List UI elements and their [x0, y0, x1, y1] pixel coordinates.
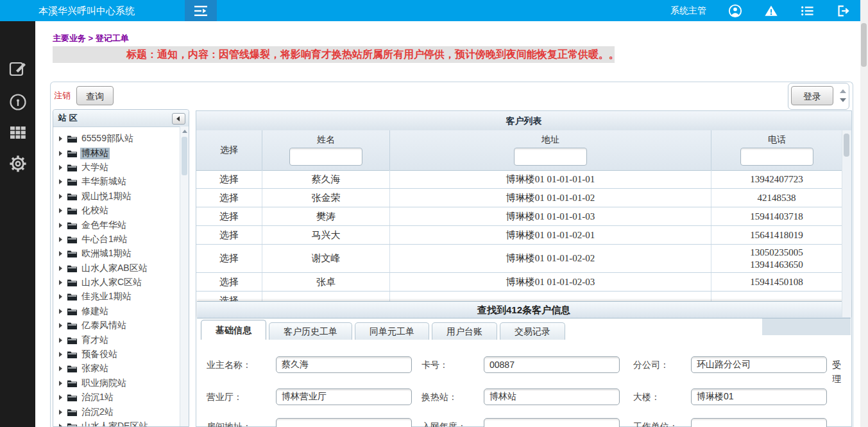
expand-caret-icon[interactable]: [59, 136, 62, 141]
accept-button[interactable]: 受理: [831, 358, 842, 386]
expand-caret-icon[interactable]: [59, 179, 62, 184]
expand-caret-icon[interactable]: [59, 366, 62, 371]
field-input[interactable]: [276, 388, 412, 405]
breadcrumb[interactable]: 主要业务 > 登记工单: [53, 33, 129, 44]
expand-caret-icon[interactable]: [59, 165, 62, 170]
expand-caret-icon[interactable]: [59, 294, 62, 299]
expand-caret-icon[interactable]: [59, 280, 62, 285]
tab-basic-info[interactable]: 基础信息: [201, 320, 266, 340]
scroll-up-icon[interactable]: [182, 130, 187, 133]
field-input[interactable]: [276, 356, 412, 373]
compose-icon[interactable]: [9, 60, 27, 78]
logout-icon[interactable]: [836, 4, 850, 18]
tree-item[interactable]: 预备役站: [53, 347, 180, 362]
tree-item-label: 山水人家AB区站: [80, 263, 149, 274]
tab-2[interactable]: 同单元工单: [355, 322, 429, 340]
select-customer-link[interactable]: 选择: [196, 245, 262, 272]
tree-item[interactable]: 治沉1站: [53, 390, 180, 405]
field-input[interactable]: [691, 356, 827, 373]
tree-scrollbar[interactable]: [180, 126, 189, 426]
tree-item[interactable]: 职业病院站: [53, 376, 180, 390]
tree-item[interactable]: 育才站: [53, 333, 180, 347]
table-scrollbar-thumb[interactable]: [844, 134, 849, 157]
field-input[interactable]: [691, 418, 827, 427]
expand-caret-icon[interactable]: [59, 208, 62, 213]
field-input[interactable]: [484, 418, 620, 427]
tree-item[interactable]: 张家站: [53, 362, 180, 376]
tabs-header-filler: [762, 318, 851, 335]
select-customer-link[interactable]: 选择: [196, 170, 262, 188]
spin-up-icon[interactable]: [840, 89, 846, 93]
query-button[interactable]: 查询: [76, 86, 114, 105]
expand-caret-icon[interactable]: [59, 395, 62, 400]
login-button[interactable]: 登录: [791, 86, 833, 105]
tree-item[interactable]: 山水人家DE区站: [53, 419, 180, 426]
expand-caret-icon[interactable]: [59, 251, 62, 256]
logout-link[interactable]: 注销: [54, 90, 71, 101]
expand-caret-icon[interactable]: [59, 151, 62, 156]
page-scrollbar[interactable]: [860, 0, 868, 427]
tree-scrollbar-thumb[interactable]: [182, 137, 187, 175]
select-customer-link[interactable]: 选择: [196, 189, 262, 207]
field-input[interactable]: [484, 388, 620, 405]
tree-item[interactable]: 金色年华站: [53, 218, 180, 232]
expand-caret-icon[interactable]: [59, 266, 62, 271]
menu-toggle-button[interactable]: [185, 0, 217, 21]
tab-4[interactable]: 交易记录: [500, 322, 565, 340]
field-input[interactable]: [276, 418, 412, 427]
expand-caret-icon[interactable]: [59, 352, 62, 357]
tab-1[interactable]: 客户历史工单: [269, 322, 352, 340]
tree-item[interactable]: 修建站: [53, 304, 180, 318]
expand-caret-icon[interactable]: [59, 381, 62, 386]
table-scrollbar[interactable]: [842, 130, 851, 317]
tree-item[interactable]: 佳兆业1期站: [53, 290, 180, 304]
select-customer-link[interactable]: 选择: [196, 292, 262, 301]
folder-icon: [67, 423, 77, 426]
expand-caret-icon[interactable]: [59, 309, 62, 314]
tree-item[interactable]: 山水人家C区站: [53, 275, 180, 290]
alert-icon[interactable]: [764, 4, 778, 18]
tree-item[interactable]: 化校站: [53, 204, 180, 218]
tree-item[interactable]: 牛心台1#站: [53, 232, 180, 247]
address-filter-input[interactable]: [514, 148, 587, 166]
spin-down-icon[interactable]: [840, 98, 846, 102]
customer-address-cell: 博琳楼01 01-01-01-03: [390, 207, 711, 225]
grid-icon[interactable]: [9, 124, 27, 142]
field-label: 卡号：: [421, 356, 448, 373]
expand-caret-icon[interactable]: [59, 323, 62, 328]
tree-item[interactable]: 观山悦1期站: [53, 189, 180, 204]
tree-item[interactable]: 欧洲城1期站: [53, 247, 180, 261]
expand-caret-icon[interactable]: [59, 424, 62, 426]
tree-item[interactable]: 65559部队站: [53, 132, 180, 146]
user-icon[interactable]: [728, 4, 742, 18]
expand-caret-icon[interactable]: [59, 237, 62, 242]
tree-item[interactable]: 博林站: [53, 146, 180, 160]
tree-item[interactable]: 丰华新城站: [53, 175, 180, 189]
field-input[interactable]: [691, 388, 827, 405]
tree-item[interactable]: 亿泰风情站: [53, 318, 180, 333]
page-scrollbar-thumb[interactable]: [861, 23, 867, 67]
tab-3[interactable]: 用户台账: [432, 322, 497, 340]
customer-address-cell: 博琳楼01 01-01-02-02: [390, 245, 711, 272]
list-icon[interactable]: [800, 4, 814, 18]
expand-caret-icon[interactable]: [59, 194, 62, 199]
select-customer-link[interactable]: 选择: [196, 273, 262, 291]
tree-item[interactable]: 治沉2站: [53, 405, 180, 419]
settings-icon[interactable]: [9, 155, 27, 173]
collapse-panel-button[interactable]: [172, 113, 185, 125]
expand-caret-icon[interactable]: [59, 223, 62, 228]
name-filter-input[interactable]: [289, 148, 362, 166]
tree-item[interactable]: 山水人家AB区站: [53, 261, 180, 275]
folder-icon: [67, 250, 77, 257]
phone-filter-input[interactable]: [740, 148, 813, 166]
folder-icon: [67, 308, 77, 315]
select-customer-link[interactable]: 选择: [196, 207, 262, 225]
expand-caret-icon[interactable]: [59, 338, 62, 343]
tree-item[interactable]: 大学站: [53, 161, 180, 175]
expand-caret-icon[interactable]: [59, 410, 62, 415]
tree-item-label: 65559部队站: [80, 133, 135, 144]
field-input[interactable]: [484, 356, 620, 373]
select-customer-link[interactable]: 选择: [196, 226, 262, 244]
dashboard-icon[interactable]: [9, 93, 27, 111]
customer-row: 选择张卓博琳楼01 01-01-02-0315941450108: [196, 273, 842, 292]
